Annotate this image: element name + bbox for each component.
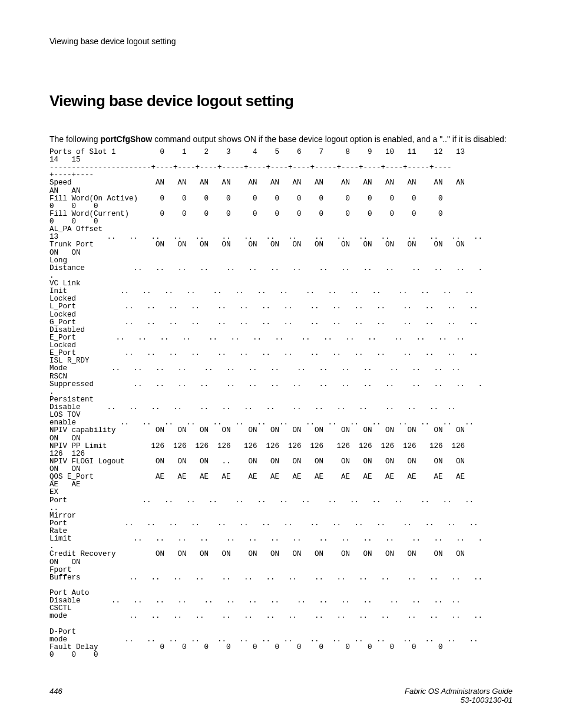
intro-paragraph: The following portCfgShow command output… <box>49 134 513 145</box>
page-number: 446 <box>49 687 62 704</box>
running-header: Viewing base device logout setting <box>49 37 513 46</box>
intro-command: portCfgShow <box>100 134 152 144</box>
footer-guide-name: Fabric OS Administrators Guide <box>405 687 513 696</box>
page-title: Viewing base device logout setting <box>49 92 513 110</box>
code-output: Ports of Slot 1 0 1 2 3 4 5 6 7 8 9 10 1… <box>49 149 513 659</box>
footer-doc-number: 53-1003130-01 <box>461 696 513 704</box>
page-footer: 446 Fabric OS Administrators Guide 53-10… <box>49 687 513 704</box>
intro-pre: The following <box>49 134 100 144</box>
intro-post: command output shows ON if the base devi… <box>152 134 506 144</box>
